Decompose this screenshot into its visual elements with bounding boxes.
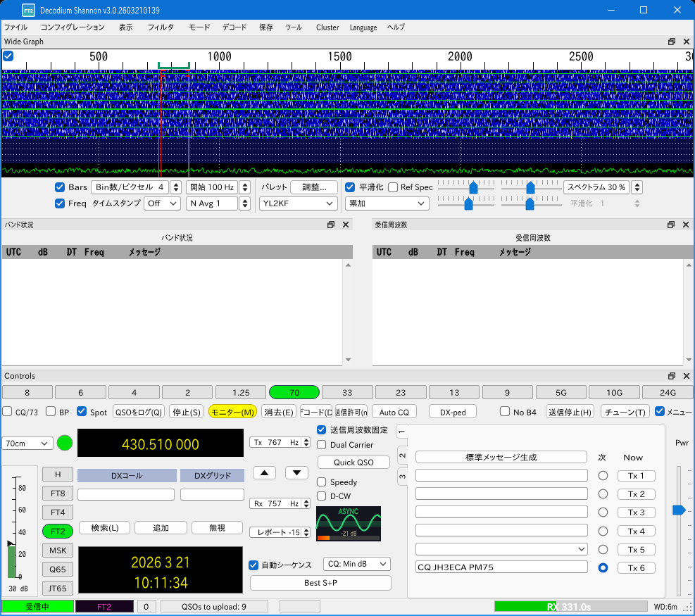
svg-text:FT2: FT2 — [24, 8, 33, 13]
